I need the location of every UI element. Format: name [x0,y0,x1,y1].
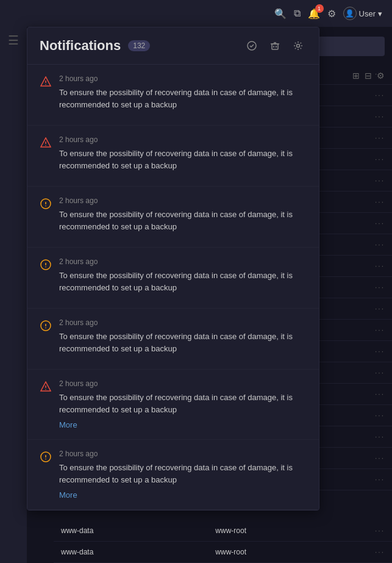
panel-actions [243,37,307,54]
notification-item: 2 hours agoTo ensure the possibility of … [27,370,319,440]
notification-message: To ensure the possibility of recovering … [59,148,307,171]
error-icon [40,76,52,88]
row-menu-1[interactable]: ··· [375,526,385,535]
notification-message: To ensure the possibility of recovering … [59,331,307,354]
navbar: 🔍 ⧉ 🔔 1 ⚙ 👤 User ▾ [0,0,392,27]
settings-icon[interactable]: ⚙ [327,8,336,20]
notification-time: 2 hours ago [59,318,307,327]
user-menu[interactable]: 👤 User ▾ [343,7,382,20]
notification-time: 2 hours ago [59,74,307,83]
warning-icon [40,259,52,271]
table-row: www-data www-root ··· [54,542,392,563]
error-icon [40,381,52,393]
notification-item: 2 hours agoTo ensure the possibility of … [27,187,319,248]
row-menu-2[interactable]: ··· [375,548,385,556]
svg-rect-1 [272,44,278,49]
notification-message: To ensure the possibility of recovering … [59,87,307,110]
svg-point-13 [45,206,46,207]
table-row-content: www-data www-root [61,548,246,556]
svg-point-19 [45,328,46,329]
sidebar: ☰ [0,27,27,563]
notification-message: To ensure the possibility of recovering … [59,270,307,293]
notification-content: 2 hours agoTo ensure the possibility of … [59,196,307,237]
main-layout: ☰ 🔍 arch ⊞ ⊟ ⚙ ··· ··· ··· ··· ··· ··· ·… [0,27,392,563]
notification-content: 2 hours agoTo ensure the possibility of … [59,318,307,359]
notification-settings-button[interactable] [290,37,307,54]
notification-more-link[interactable]: More [59,420,307,429]
notification-time: 2 hours ago [59,379,307,388]
notification-item: 2 hours agoTo ensure the possibility of … [27,440,319,510]
user-avatar: 👤 [343,7,357,20]
notification-list: 2 hours agoTo ensure the possibility of … [27,65,319,510]
table-row: www-data www-root ··· [54,520,392,542]
notification-more-link[interactable]: More [59,490,307,500]
svg-point-8 [45,84,46,85]
notification-item: 2 hours agoTo ensure the possibility of … [27,65,319,126]
notification-item: 2 hours agoTo ensure the possibility of … [27,248,319,309]
notification-content: 2 hours agoTo ensure the possibility of … [59,450,307,500]
warning-icon [40,320,52,332]
svg-point-16 [45,267,46,268]
notification-item: 2 hours agoTo ensure the possibility of … [27,126,319,187]
notification-content: 2 hours agoTo ensure the possibility of … [59,379,307,429]
mark-all-read-button[interactable] [243,37,260,54]
panel-header: Notifications 132 [27,27,319,65]
notification-content: 2 hours agoTo ensure the possibility of … [59,74,307,115]
user-label: User [359,9,376,18]
svg-point-6 [297,45,300,48]
warning-icon [40,198,52,210]
error-icon [40,137,52,149]
notification-badge: 1 [315,4,324,13]
cell-www-data-2: www-data [61,548,93,556]
chevron-down-icon: ▾ [378,9,382,18]
notification-time: 2 hours ago [59,196,307,205]
cell-www-root-1: www-root [215,526,246,535]
svg-point-24 [45,459,46,460]
search-icon[interactable]: 🔍 [274,8,287,20]
table-row-content: www-data www-root [61,526,246,535]
delete-all-button[interactable] [266,37,283,54]
notification-message: To ensure the possibility of recovering … [59,209,307,232]
notification-count-badge: 132 [128,40,150,51]
notification-time: 2 hours ago [59,450,307,458]
panel-title: Notifications [40,38,121,54]
bell-icon[interactable]: 🔔 1 [308,8,320,20]
cell-www-data-1: www-data [61,526,93,535]
notification-panel: Notifications 132 [27,27,319,511]
svg-point-10 [45,145,46,146]
notification-message: To ensure the possibility of recovering … [59,462,307,486]
warning-icon [40,451,52,463]
svg-point-21 [45,389,46,390]
cell-www-root-2: www-root [215,548,246,556]
notification-item: 2 hours agoTo ensure the possibility of … [27,309,319,370]
notification-time: 2 hours ago [59,135,307,144]
bottom-table-rows: www-data www-root ··· www-data www-root … [54,520,392,563]
notification-time: 2 hours ago [59,257,307,266]
notification-content: 2 hours agoTo ensure the possibility of … [59,257,307,298]
copy-icon[interactable]: ⧉ [294,8,301,19]
sidebar-toggle[interactable]: ☰ [0,27,27,54]
notification-message: To ensure the possibility of recovering … [59,392,307,415]
notification-content: 2 hours agoTo ensure the possibility of … [59,135,307,176]
